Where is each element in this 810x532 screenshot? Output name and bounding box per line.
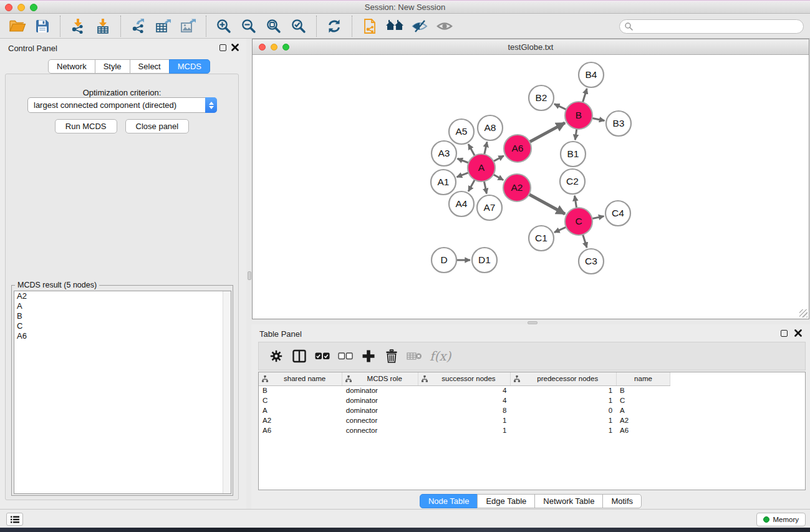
- columns-icon: [292, 349, 307, 363]
- network-node-C2[interactable]: C2: [560, 169, 585, 194]
- node-label: A2: [511, 182, 523, 193]
- table-panel: Table Panel: [251, 324, 810, 509]
- window-resize-grip[interactable]: [799, 309, 808, 317]
- delete-table-button[interactable]: [403, 346, 426, 367]
- table-row[interactable]: Cdominator41C: [259, 395, 805, 405]
- import-table-icon: [95, 18, 111, 34]
- mcds-result-group: MCDS result (5 nodes) A2 A B C A6: [11, 285, 233, 496]
- mcds-result-list[interactable]: A2 A B C A6: [14, 291, 231, 494]
- float-table-panel-icon[interactable]: [781, 330, 788, 337]
- result-item[interactable]: A2: [14, 291, 231, 301]
- function-builder-button[interactable]: f(x): [430, 349, 451, 364]
- network-node-B1[interactable]: B1: [561, 142, 586, 167]
- network-node-A8[interactable]: A8: [478, 115, 503, 140]
- network-node-A[interactable]: A: [468, 154, 495, 181]
- export-image-button[interactable]: [176, 16, 201, 36]
- network-node-B[interactable]: B: [565, 102, 592, 129]
- table-options-button[interactable]: [264, 346, 287, 367]
- close-panel-button[interactable]: Close panel: [125, 119, 190, 133]
- task-history-button[interactable]: [6, 513, 23, 526]
- network-node-D[interactable]: D: [432, 248, 456, 273]
- network-node-A7[interactable]: A7: [477, 195, 502, 220]
- tab-network[interactable]: Network: [48, 59, 95, 74]
- run-mcds-button[interactable]: Run MCDS: [55, 119, 117, 133]
- select-all-button[interactable]: [311, 346, 334, 367]
- vertical-splitter-grip[interactable]: [248, 271, 251, 280]
- document-network-icon: [362, 17, 378, 35]
- refresh-button[interactable]: [322, 16, 347, 36]
- zoom-selected-button[interactable]: [286, 16, 311, 36]
- tab-motifs[interactable]: Motifs: [602, 494, 642, 508]
- close-panel-icon[interactable]: [231, 44, 239, 51]
- column-header-shared-name[interactable]: shared name: [259, 372, 342, 385]
- control-panel-tabs: Network Style Select MCDS: [48, 59, 210, 74]
- hide-selected-button[interactable]: [407, 16, 432, 36]
- search-input[interactable]: [634, 21, 803, 32]
- criterion-dropdown[interactable]: largest connected component (directed): [27, 97, 217, 113]
- new-network-from-selection-button[interactable]: [357, 16, 382, 36]
- zoom-in-button[interactable]: [211, 16, 236, 36]
- deselect-all-button[interactable]: [334, 346, 357, 367]
- trash-icon: [385, 349, 398, 363]
- table-row[interactable]: A6connector11A6: [259, 425, 805, 435]
- memory-status-icon: [763, 516, 769, 523]
- table-row[interactable]: A2connector11A2: [259, 415, 805, 425]
- column-header-mcds-role[interactable]: MCDS role: [342, 372, 418, 385]
- result-scrollbar[interactable]: [223, 291, 231, 493]
- open-folder-icon: [9, 19, 26, 34]
- column-header-name[interactable]: name: [616, 372, 670, 385]
- tab-network-table[interactable]: Network Table: [534, 494, 603, 508]
- network-node-A4[interactable]: A4: [449, 191, 474, 216]
- node-table: shared name MCDS role successor nodes pr…: [258, 372, 806, 490]
- table-row[interactable]: Adominator80A: [259, 405, 805, 415]
- tab-node-table[interactable]: Node Table: [420, 494, 478, 508]
- import-table-button[interactable]: [90, 16, 115, 36]
- network-node-D1[interactable]: D1: [472, 248, 497, 273]
- list-icon: [11, 516, 19, 523]
- network-node-C[interactable]: C: [565, 208, 592, 235]
- tab-edge-table[interactable]: Edge Table: [477, 494, 535, 508]
- network-node-C4[interactable]: C4: [605, 201, 630, 226]
- add-column-button[interactable]: [357, 346, 380, 367]
- table-row[interactable]: Bdominator41B: [259, 385, 805, 395]
- export-network-icon: [130, 18, 147, 34]
- node-label: B2: [536, 92, 547, 103]
- network-node-A3[interactable]: A3: [432, 141, 456, 166]
- export-table-button[interactable]: [151, 16, 176, 36]
- memory-button[interactable]: Memory: [756, 513, 806, 526]
- save-floppy-icon: [35, 19, 50, 34]
- column-header-successor-nodes[interactable]: successor nodes: [418, 372, 511, 385]
- show-all-button[interactable]: [432, 16, 457, 36]
- save-session-button[interactable]: [30, 16, 55, 36]
- network-node-B2[interactable]: B2: [529, 85, 554, 110]
- result-item[interactable]: A: [14, 301, 231, 311]
- network-node-C3[interactable]: C3: [579, 249, 604, 274]
- zoom-fit-button[interactable]: [261, 16, 286, 36]
- column-visibility-button[interactable]: [287, 346, 311, 367]
- network-node-A2[interactable]: A2: [503, 174, 531, 201]
- network-node-C1[interactable]: C1: [529, 226, 554, 251]
- tab-style[interactable]: Style: [95, 59, 130, 74]
- result-item[interactable]: C: [14, 321, 231, 331]
- import-network-button[interactable]: [65, 16, 90, 36]
- node-label: A1: [438, 177, 450, 187]
- tab-mcds[interactable]: MCDS: [169, 59, 210, 74]
- float-panel-icon[interactable]: [219, 44, 226, 51]
- close-table-panel-icon[interactable]: [794, 329, 802, 337]
- network-node-A6[interactable]: A6: [504, 135, 531, 162]
- zoom-out-button[interactable]: [236, 16, 261, 36]
- column-header-predecessor-nodes[interactable]: predecessor nodes: [510, 372, 616, 385]
- network-canvas[interactable]: B4B2BB3A8A5A6A3B1AA1C2A2A4A7C4CC1C3DD1: [253, 55, 809, 319]
- first-neighbors-button[interactable]: [382, 16, 407, 36]
- open-session-button[interactable]: [5, 16, 30, 36]
- network-node-A5[interactable]: A5: [449, 119, 474, 144]
- result-item[interactable]: A6: [14, 331, 231, 341]
- result-item[interactable]: B: [14, 311, 231, 321]
- network-node-B3[interactable]: B3: [606, 111, 631, 136]
- network-node-A1[interactable]: A1: [431, 170, 456, 195]
- tab-select[interactable]: Select: [130, 59, 170, 74]
- delete-columns-button[interactable]: [380, 346, 403, 367]
- export-network-button[interactable]: [126, 16, 151, 36]
- network-node-B4[interactable]: B4: [579, 62, 604, 87]
- search-field[interactable]: [619, 19, 804, 34]
